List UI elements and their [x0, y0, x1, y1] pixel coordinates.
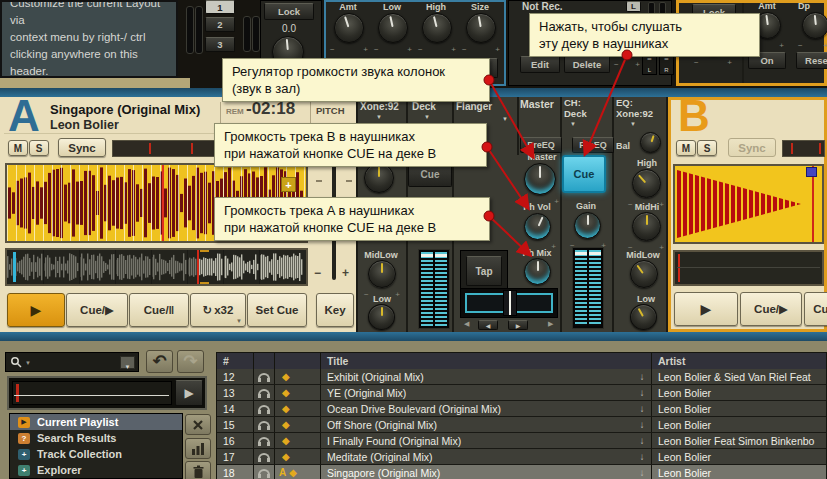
search-dropdown-button[interactable]: ▼ — [120, 356, 135, 369]
fx-low-knob[interactable] — [378, 13, 408, 43]
fx-amt-knob[interactable] — [334, 13, 364, 43]
caret-down-icon[interactable]: ▼ — [424, 114, 430, 120]
search-scope-caret-icon[interactable]: ▼ — [25, 360, 31, 366]
deck-b-sync-button[interactable]: Sync — [728, 138, 776, 157]
deck-a-solo-button[interactable]: S — [29, 140, 49, 156]
preview-scrub-bar[interactable] — [12, 381, 172, 405]
tree-item-current-playlist[interactable]: ▶ Current Playlist — [10, 414, 182, 430]
deck-b-waveform[interactable] — [673, 164, 824, 244]
pad-button-3[interactable]: 3 — [205, 37, 235, 52]
fx-high-knob[interactable] — [422, 13, 452, 43]
master-preeq-button[interactable]: PreEQ — [520, 137, 562, 153]
crossfader-assign-right[interactable]: ▶ — [508, 320, 528, 330]
eq-header: EQ: — [616, 97, 633, 108]
headphone-preview-icon[interactable] — [253, 369, 274, 384]
deck-a-play-button[interactable]: ▶ — [7, 293, 65, 327]
tree-item-explorer[interactable]: + Explorer — [10, 462, 182, 478]
chart-button[interactable] — [185, 438, 211, 459]
deck-a-cue-play-button[interactable]: Cue/▶ — [66, 293, 128, 327]
deck-b-cue-pause-button[interactable]: Cue — [804, 292, 827, 326]
table-row[interactable]: 18 A◆ Singapore (Original Mix) ↓ Leon Bo… — [217, 465, 826, 479]
deck-a-mute-button[interactable]: M — [8, 140, 28, 156]
undo-button[interactable]: ↶ — [146, 350, 173, 373]
waveform-zoom-button[interactable]: + — [281, 177, 296, 192]
edit-button[interactable]: Edit — [520, 56, 560, 73]
l-button[interactable]: L — [626, 1, 641, 12]
deck-b-mute-button[interactable]: M — [676, 140, 696, 156]
trash-button[interactable] — [185, 461, 211, 479]
gain-knob[interactable] — [574, 212, 601, 239]
delete-button[interactable]: Delete — [564, 56, 610, 73]
table-row[interactable]: 17 ◆ Meditate (Original Mix) ↓ Leon Boli… — [217, 449, 826, 465]
crossfader-assign-left[interactable]: ◀ — [478, 320, 498, 330]
eq-low-knob[interactable] — [630, 304, 657, 330]
channel-input-select[interactable]: Deck — [564, 108, 587, 119]
a-midlow-knob[interactable] — [368, 260, 396, 288]
search-input[interactable]: ▼ ▼ — [5, 352, 139, 372]
a-low-knob[interactable] — [368, 304, 395, 330]
fx-size-knob[interactable] — [466, 13, 496, 43]
pad-button-1[interactable]: 1 — [205, 0, 235, 14]
eq-select-a[interactable]: Xone:92 — [360, 101, 399, 112]
redo-button[interactable]: ↷ — [177, 350, 204, 373]
header-state[interactable] — [274, 353, 320, 369]
caret-down-icon[interactable]: ▼ — [630, 121, 636, 127]
header-title[interactable]: Title — [320, 353, 633, 369]
header-preview[interactable] — [253, 353, 274, 369]
deck-a-track-artist: Leon Bolier — [50, 118, 119, 132]
deck-a-key-button[interactable]: Key — [316, 293, 354, 327]
crossfader-left-icon[interactable]: ◀ — [464, 320, 469, 328]
headphone-preview-icon[interactable] — [253, 385, 274, 400]
table-row[interactable]: 13 ◆ YE (Original Mix) ↓ Leon Bolier — [217, 385, 826, 401]
table-row[interactable]: 16 ◆ I Finally Found (Original Mix) ↓ Le… — [217, 433, 826, 449]
deck-b-solo-button[interactable]: S — [697, 140, 717, 156]
headphone-preview-icon[interactable] — [253, 465, 274, 479]
fx-b-reset-button[interactable]: Reset — [796, 52, 827, 69]
phones-mix-knob[interactable] — [524, 258, 551, 285]
caret-down-icon[interactable]: ▼ — [376, 114, 382, 120]
eq-midlow-knob[interactable] — [630, 260, 658, 288]
table-row[interactable]: 12 ◆ Exhibit (Original Mix) ↓ Leon Bolie… — [217, 369, 826, 385]
key-lock-button[interactable]: Lock — [264, 3, 314, 20]
deck-a-overview-strip[interactable] — [5, 248, 308, 286]
bal-knob[interactable] — [640, 132, 661, 153]
deck-a-cue-pause-button[interactable]: Cue/‖ — [129, 293, 189, 327]
preview-play-button[interactable]: ▶ — [175, 380, 203, 406]
deck-b-overview-strip[interactable] — [673, 250, 824, 286]
headphone-preview-icon[interactable] — [253, 433, 274, 448]
tools-button[interactable] — [185, 414, 211, 435]
deck-a-sync-button[interactable]: Sync — [58, 138, 106, 157]
table-header[interactable]: # Title Artist — [217, 353, 826, 369]
headphone-preview-icon[interactable] — [253, 449, 274, 464]
deck-b-stripe[interactable] — [782, 140, 825, 157]
fx-select[interactable]: Flanger — [456, 101, 492, 112]
caret-down-icon[interactable]: ▼ — [570, 121, 576, 127]
channel-a-gain-knob[interactable] — [364, 163, 394, 193]
phones-volume-knob[interactable] — [524, 213, 551, 240]
headphone-preview-icon[interactable] — [253, 417, 274, 432]
header-number[interactable]: # — [217, 355, 253, 367]
caret-down-icon[interactable]: ▼ — [502, 116, 508, 122]
headphone-preview-icon[interactable] — [253, 401, 274, 416]
tree-item-track-collection[interactable]: + Track Collection — [10, 446, 182, 462]
fx-b-dp-knob[interactable] — [802, 12, 827, 39]
eq-type-select[interactable]: Xone:92 — [616, 108, 653, 119]
master-volume-knob[interactable] — [524, 163, 556, 195]
eq-midhi-knob[interactable] — [632, 212, 661, 241]
table-row[interactable]: 14 ◆ Ocean Drive Boulevard (Original Mix… — [217, 401, 826, 417]
deck-b-cue-play-button[interactable]: Cue/▶ — [740, 292, 802, 326]
pad-button-2[interactable]: 2 — [205, 17, 235, 32]
crossfader[interactable] — [460, 288, 558, 318]
tap-button[interactable]: Tap — [466, 256, 502, 286]
eq-high-knob[interactable] — [632, 169, 661, 198]
deck-b-play-button[interactable]: ▶ — [674, 292, 738, 326]
deck-b-cue-monitor-button[interactable]: Cue — [562, 155, 606, 193]
channel-preeq-button[interactable]: PreEQ — [572, 137, 614, 153]
crossfader-right-icon[interactable]: ▶ — [548, 320, 553, 328]
deck-a-set-cue-button[interactable]: Set Cue — [247, 293, 307, 327]
tree-item-search-results[interactable]: ? Search Results — [10, 430, 182, 446]
deck-a-loop-button[interactable]: ↻ x32 ▼ — [190, 293, 246, 327]
header-artist[interactable]: Artist — [651, 353, 826, 369]
input-select-a[interactable]: Deck — [412, 101, 436, 112]
table-row[interactable]: 15 ◆ Off Shore (Original Mix) ↓ Leon Bol… — [217, 417, 826, 433]
